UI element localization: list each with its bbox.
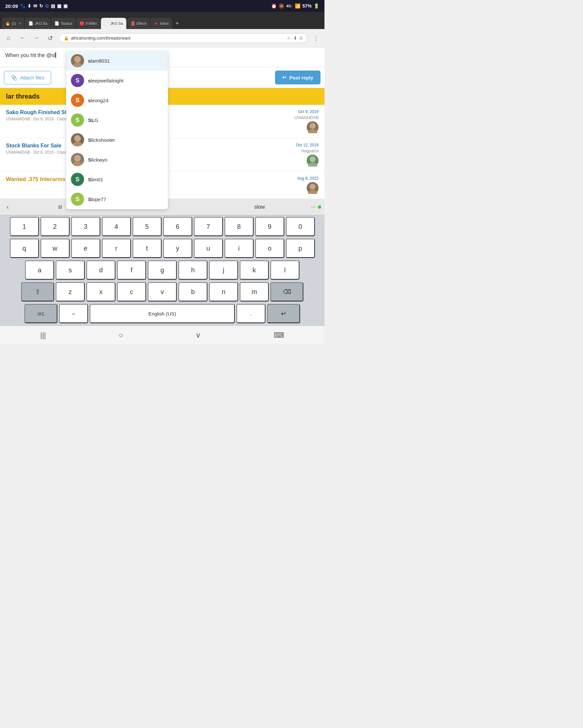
word-sugg-0[interactable]: sl xyxy=(55,203,65,211)
lock-icon: 🔒 xyxy=(64,35,69,41)
enter-key[interactable]: ↵ xyxy=(267,304,300,323)
reply-icon: ↩ xyxy=(282,75,286,80)
autocomplete-item-7[interactable]: S Slope77 xyxy=(66,189,168,209)
key-j[interactable]: j xyxy=(209,260,238,280)
key-3[interactable]: 3 xyxy=(71,217,100,236)
symbols-key[interactable]: !#1 xyxy=(24,304,57,323)
backspace-key[interactable]: ⌫ xyxy=(271,282,303,301)
home-button[interactable]: ⌂ xyxy=(3,33,14,44)
key-v[interactable]: v xyxy=(148,282,177,301)
key-a[interactable]: a xyxy=(25,260,54,280)
download-icon[interactable]: ⬇ xyxy=(294,35,297,41)
svg-point-7 xyxy=(308,129,317,133)
avatar-slope77: S xyxy=(71,192,84,206)
key-m[interactable]: m xyxy=(240,282,269,301)
key-d[interactable]: d xyxy=(86,260,116,280)
back-button[interactable]: ← xyxy=(17,33,28,44)
refresh-button[interactable]: ↺ xyxy=(45,33,55,44)
key-o[interactable]: o xyxy=(255,239,284,258)
dash-label: – xyxy=(72,310,75,317)
word-sugg-dots[interactable]: ··· xyxy=(311,203,316,210)
word-sugg-2[interactable]: slow xyxy=(251,203,268,211)
key-x[interactable]: x xyxy=(86,282,116,301)
address-input[interactable]: 🔒 africahunting.com/threads/want ☆ ⬇ ⎙ xyxy=(59,33,307,43)
key-f[interactable]: f xyxy=(117,260,146,280)
autocomplete-item-6[interactable]: S Slim01 xyxy=(66,170,168,189)
avatar-slg: S xyxy=(71,113,84,127)
symbols-label: !#1 xyxy=(37,311,45,316)
svg-point-4 xyxy=(74,155,81,161)
key-t[interactable]: t xyxy=(132,239,161,258)
nav-keyboard-button[interactable]: ⌨ xyxy=(269,330,289,341)
autocomplete-item-3[interactable]: S SLG xyxy=(66,110,168,130)
attach-files-button[interactable]: 📎 Attach files xyxy=(4,71,51,84)
key-9[interactable]: 9 xyxy=(255,217,284,236)
share-icon[interactable]: ⎙ xyxy=(300,35,302,41)
thread-avatar-2 xyxy=(307,182,319,194)
tab-4[interactable]: 🔴 9 Millin xyxy=(76,18,100,29)
key-6[interactable]: 6 xyxy=(163,217,192,236)
tab6-label: Effecti xyxy=(136,21,146,25)
tab-7[interactable]: 🔺 Inbox xyxy=(150,18,172,29)
autocomplete-item-4[interactable]: Slickshooter xyxy=(66,130,168,150)
attach-files-label: Attach files xyxy=(20,75,44,80)
tab-6[interactable]: 📕 Effecti xyxy=(127,18,150,29)
new-tab-button[interactable]: + xyxy=(173,18,182,29)
key-e[interactable]: e xyxy=(71,239,100,258)
tab-3[interactable]: 📄 Tactica xyxy=(51,18,75,29)
key-5[interactable]: 5 xyxy=(132,217,161,236)
nav-home-button[interactable]: ○ xyxy=(113,330,128,341)
forward-button[interactable]: → xyxy=(31,33,42,44)
shift-key[interactable]: ⇧ xyxy=(21,282,54,301)
nav-back-button[interactable]: ||| xyxy=(35,330,51,341)
tab-1[interactable]: 🔥 (1) ✕ xyxy=(2,18,24,29)
key-y[interactable]: y xyxy=(163,239,192,258)
period-key[interactable]: . xyxy=(236,304,265,323)
status-icon-g: G xyxy=(45,3,49,8)
key-4[interactable]: 4 xyxy=(102,217,131,236)
space-key[interactable]: English (US) xyxy=(90,304,235,323)
svg-point-11 xyxy=(308,190,317,194)
tab1-label: (1) xyxy=(11,21,16,25)
bottom-nav-bar: ||| ○ ∨ ⌨ xyxy=(0,326,325,344)
key-2[interactable]: 2 xyxy=(41,217,70,236)
autocomplete-item-0[interactable]: slam8031 xyxy=(66,51,168,71)
username-slg: SLG xyxy=(88,118,98,123)
key-w[interactable]: w xyxy=(41,239,70,258)
key-r[interactable]: r xyxy=(102,239,131,258)
key-8[interactable]: 8 xyxy=(225,217,254,236)
key-l[interactable]: l xyxy=(271,260,299,280)
autocomplete-item-2[interactable]: S sleong24 xyxy=(66,90,168,110)
status-left: 20:09 🐾 ⬇ ✉ ↻ G ▤ ▦ ▣ xyxy=(5,3,68,9)
key-z[interactable]: z xyxy=(56,282,85,301)
autocomplete-item-5[interactable]: Slickwyo xyxy=(66,150,168,170)
key-u[interactable]: u xyxy=(194,239,223,258)
key-s[interactable]: s xyxy=(56,260,85,280)
key-c[interactable]: c xyxy=(117,282,146,301)
key-7[interactable]: 7 xyxy=(194,217,223,236)
key-1[interactable]: 1 xyxy=(10,217,39,236)
nav-recent-button[interactable]: ∨ xyxy=(190,330,206,341)
key-p[interactable]: p xyxy=(286,239,315,258)
key-i[interactable]: i xyxy=(225,239,254,258)
key-q[interactable]: q xyxy=(10,239,39,258)
menu-button[interactable]: ⋮ xyxy=(311,33,321,44)
tab1-close[interactable]: ✕ xyxy=(19,22,21,25)
post-reply-button[interactable]: ↩ Post reply xyxy=(275,71,321,84)
username-slam8031: slam8031 xyxy=(88,58,110,63)
key-b[interactable]: b xyxy=(178,282,207,301)
key-g[interactable]: g xyxy=(148,260,177,280)
tab-2[interactable]: 📄 JKO Sa xyxy=(25,18,50,29)
word-sugg-back[interactable]: ‹ xyxy=(3,203,12,211)
key-k[interactable]: k xyxy=(240,260,269,280)
thread-user-1: Hogpatrol xyxy=(301,149,319,153)
address-bar: ⌂ ← → ↺ 🔒 africahunting.com/threads/want… xyxy=(0,29,325,48)
autocomplete-item-1[interactable]: S sleepwellatnight xyxy=(66,71,168,90)
key-h[interactable]: h xyxy=(178,260,207,280)
star-icon[interactable]: ☆ xyxy=(287,35,291,41)
tab-5-active[interactable]: 📄 JKO Sa xyxy=(101,18,126,29)
avatar-slickwyo xyxy=(71,153,84,166)
dash-key[interactable]: – xyxy=(59,304,88,323)
key-n[interactable]: n xyxy=(209,282,238,301)
key-0[interactable]: 0 xyxy=(286,217,315,236)
